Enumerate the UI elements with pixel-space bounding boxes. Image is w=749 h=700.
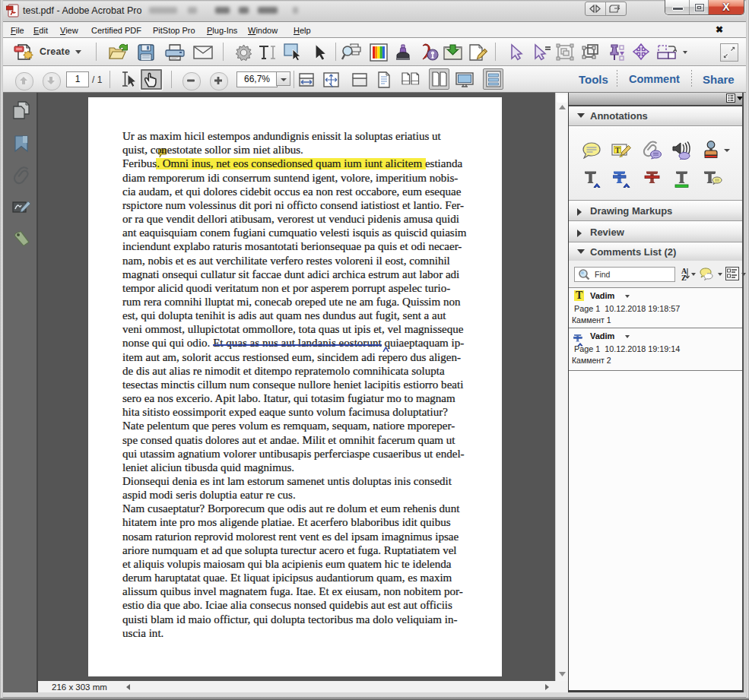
svg-text:Z: Z [681,274,687,281]
svg-text:T: T [615,147,620,154]
